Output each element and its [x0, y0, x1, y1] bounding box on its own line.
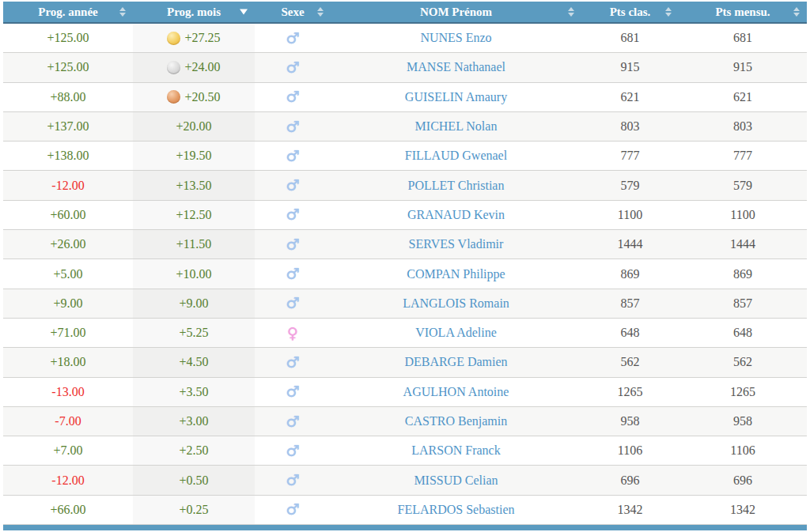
player-name-link[interactable]: VIOLA Adeline: [415, 326, 497, 340]
male-icon: ♂: [286, 237, 299, 252]
sort-icon[interactable]: [317, 7, 324, 17]
pts-mensu-value: 777: [679, 141, 807, 170]
pts-clas-value: 857: [581, 289, 679, 318]
table-row[interactable]: +26.00 +11.50 ♂ SERVES Vladimir 1444 144…: [3, 230, 807, 259]
prog-annee-cell: +5.00: [3, 259, 133, 288]
name-cell: DEBARGE Damien: [331, 348, 581, 376]
prog-mois-cell: +4.50: [133, 348, 255, 376]
prog-annee-cell: -12.00: [3, 466, 133, 494]
table-row[interactable]: +9.00 +9.00 ♂ LANGLOIS Romain 857 857: [3, 289, 807, 319]
pts-mensu-value: 958: [679, 407, 807, 436]
sort-icon[interactable]: [568, 7, 574, 17]
pts-mensu-value: 579: [679, 171, 807, 199]
table-row[interactable]: -12.00 +13.50 ♂ POLLET Christian 579 579: [3, 171, 807, 200]
sexe-cell: ♂: [255, 112, 331, 141]
player-name-link[interactable]: AGULHON Antoine: [403, 385, 509, 399]
prog-annee-cell: +26.00: [3, 230, 133, 258]
male-icon: ♂: [286, 178, 299, 193]
column-header-sexe[interactable]: Sexe: [255, 2, 331, 22]
player-name-link[interactable]: POLLET Christian: [408, 179, 505, 193]
player-name-link[interactable]: FELARDOS Sebastien: [398, 503, 515, 517]
table-row[interactable]: +71.00 +5.25 ♀ VIOLA Adeline 648 648: [3, 319, 807, 348]
column-label: Sexe: [281, 6, 304, 19]
table-header-row: Prog. année Prog. mois Sexe NOM Prénom P…: [3, 2, 807, 24]
player-name-link[interactable]: CASTRO Benjamin: [405, 414, 507, 428]
prog-annee-value: +5.00: [53, 267, 82, 281]
sexe-cell: ♂: [255, 171, 331, 199]
table-row[interactable]: +125.00 +27.25 ♂ NUNES Enzo 681 681: [3, 24, 807, 53]
male-icon: ♂: [286, 384, 299, 399]
sexe-cell: ♂: [255, 53, 331, 81]
sort-desc-icon[interactable]: [240, 9, 248, 15]
table-row[interactable]: -13.00 +3.50 ♂ AGULHON Antoine 1265 1265: [3, 378, 807, 407]
ranking-table: Prog. année Prog. mois Sexe NOM Prénom P…: [3, 2, 807, 530]
player-name-link[interactable]: SERVES Vladimir: [409, 237, 504, 251]
pts-clas-value: 1444: [581, 230, 679, 258]
table-footer-bar: [3, 525, 807, 530]
prog-annee-value: +125.00: [47, 31, 89, 45]
column-header-nom-prenom[interactable]: NOM Prénom: [331, 2, 581, 22]
column-header-pts-clas[interactable]: Pts clas.: [581, 2, 679, 22]
player-name-link[interactable]: LARSON Franck: [411, 443, 500, 458]
player-name-link[interactable]: DEBARGE Damien: [404, 355, 507, 369]
player-name-link[interactable]: FILLAUD Gwenael: [405, 149, 507, 163]
table-row[interactable]: +137.00 +20.00 ♂ MICHEL Nolan 803 803: [3, 112, 807, 141]
player-name-link[interactable]: GRANAUD Kevin: [407, 208, 505, 222]
sort-icon[interactable]: [119, 7, 126, 17]
prog-mois-value: +12.50: [176, 208, 211, 222]
pts-mensu-value: 621: [679, 83, 807, 111]
column-label: NOM Prénom: [420, 6, 492, 19]
pts-clas-value: 696: [581, 466, 679, 494]
prog-annee-cell: +138.00: [3, 141, 133, 170]
player-name-link[interactable]: GUISELIN Amaury: [405, 90, 507, 104]
sexe-cell: ♂: [255, 466, 331, 494]
player-name-link[interactable]: NUNES Enzo: [420, 31, 491, 45]
player-name-link[interactable]: MICHEL Nolan: [415, 119, 498, 134]
name-cell: MANSE Nathanael: [331, 53, 581, 81]
player-name-link[interactable]: MISSUD Celian: [414, 474, 498, 488]
table-row[interactable]: +18.00 +4.50 ♂ DEBARGE Damien 562 562: [3, 348, 807, 377]
silver-medal-icon: [167, 61, 180, 74]
table-row[interactable]: +66.00 +0.25 ♂ FELARDOS Sebastien 1342 1…: [3, 496, 807, 525]
player-name-link[interactable]: LANGLOIS Romain: [403, 296, 509, 311]
table-row[interactable]: +138.00 +19.50 ♂ FILLAUD Gwenael 777 777: [3, 141, 807, 171]
column-header-prog-mois[interactable]: Prog. mois: [133, 2, 255, 22]
sort-icon[interactable]: [793, 7, 800, 17]
name-cell: NUNES Enzo: [331, 24, 581, 52]
pts-clas-value: 562: [581, 348, 679, 376]
prog-annee-cell: +71.00: [3, 319, 133, 347]
table-row[interactable]: -12.00 +0.50 ♂ MISSUD Celian 696 696: [3, 466, 807, 495]
female-icon: ♀: [287, 326, 298, 341]
prog-mois-cell: +0.50: [133, 466, 255, 494]
sexe-cell: ♂: [255, 407, 331, 436]
column-header-prog-annee[interactable]: Prog. année: [3, 2, 133, 22]
table-row[interactable]: +5.00 +10.00 ♂ COMPAN Philippe 869 869: [3, 259, 807, 289]
table-row[interactable]: +88.00 +20.50 ♂ GUISELIN Amaury 621 621: [3, 83, 807, 112]
table-row[interactable]: +60.00 +12.50 ♂ GRANAUD Kevin 1100 1100: [3, 201, 807, 230]
sexe-cell: ♂: [255, 230, 331, 258]
prog-mois-cell: +12.50: [133, 201, 255, 229]
male-icon: ♂: [286, 355, 299, 370]
name-cell: GUISELIN Amaury: [331, 83, 581, 111]
sort-icon[interactable]: [665, 7, 672, 17]
prog-annee-cell: -13.00: [3, 378, 133, 406]
player-name-link[interactable]: MANSE Nathanael: [407, 60, 505, 74]
prog-mois-value: +20.50: [184, 90, 220, 104]
player-name-link[interactable]: COMPAN Philippe: [407, 267, 505, 281]
sexe-cell: ♂: [255, 141, 331, 170]
column-header-pts-mensu[interactable]: Pts mensu.: [679, 2, 807, 22]
male-icon: ♂: [286, 266, 299, 281]
sexe-cell: ♂: [255, 436, 331, 465]
table-row[interactable]: -7.00 +3.00 ♂ CASTRO Benjamin 958 958: [3, 407, 807, 436]
male-icon: ♂: [286, 207, 299, 222]
pts-mensu-value: 696: [679, 466, 807, 494]
table-row[interactable]: +7.00 +2.50 ♂ LARSON Franck 1106 1106: [3, 436, 807, 466]
column-label: Pts clas.: [610, 6, 651, 19]
prog-mois-cell: +20.50: [133, 83, 255, 111]
prog-mois-cell: +3.50: [133, 378, 255, 406]
pts-clas-value: 1100: [581, 201, 679, 229]
pts-clas-value: 915: [581, 53, 679, 81]
table-row[interactable]: +125.00 +24.00 ♂ MANSE Nathanael 915 915: [3, 53, 807, 82]
prog-mois-cell: +11.50: [133, 230, 255, 258]
column-label: Prog. mois: [167, 6, 221, 19]
